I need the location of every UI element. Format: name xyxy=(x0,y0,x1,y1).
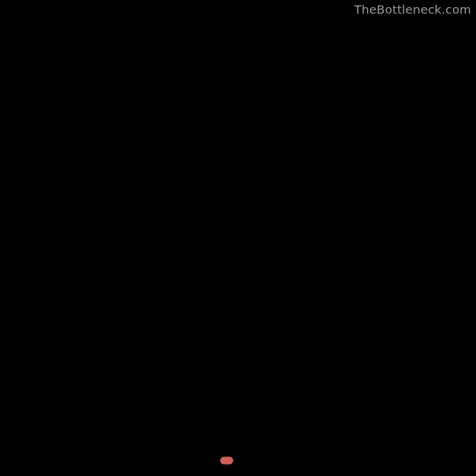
bottleneck-curve-path xyxy=(12,18,464,465)
curve-svg xyxy=(12,18,464,466)
chart-frame: TheBottleneck.com xyxy=(0,0,476,476)
plot-area xyxy=(12,18,464,466)
watermark-text: TheBottleneck.com xyxy=(354,2,471,17)
optimal-point-marker xyxy=(220,457,233,465)
